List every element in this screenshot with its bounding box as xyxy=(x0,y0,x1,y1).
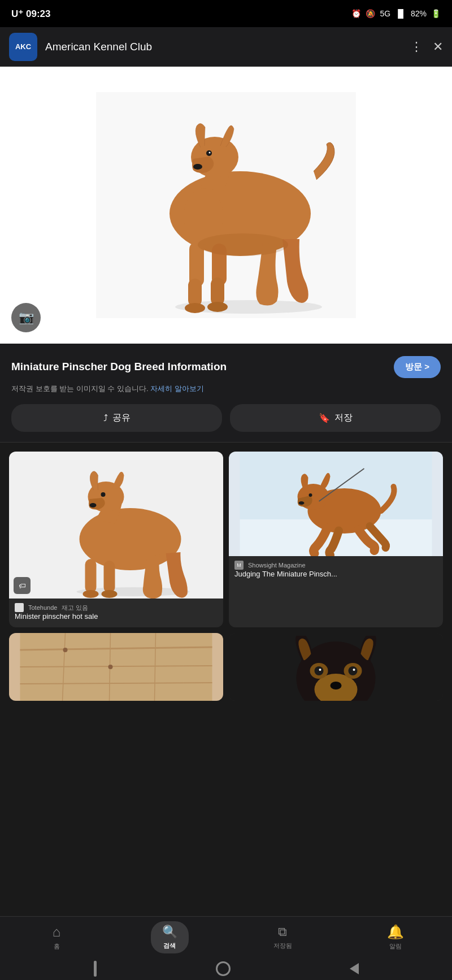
visit-button[interactable]: 방문 > xyxy=(394,356,441,378)
camera-search-icon[interactable]: 📷 xyxy=(11,303,41,332)
main-image-area: 📷 xyxy=(0,67,452,344)
grid-item-2-info: M Showsight Magazine Judging The Miniatu… xyxy=(229,556,443,585)
grid-item-2[interactable]: M Showsight Magazine Judging The Miniatu… xyxy=(229,452,443,627)
carrier-time: U⁺ 09:23 xyxy=(11,8,51,20)
bottom-navigation: ⌂ 홈 🔍 검색 ⧉ 저장됨 🔔 알림 xyxy=(0,916,452,980)
alarm-icon: ⏰ xyxy=(351,9,361,18)
alerts-icon: 🔔 xyxy=(387,924,404,940)
main-dog-image xyxy=(0,67,452,344)
svg-point-19 xyxy=(90,503,97,508)
grid-item-2-title: Judging The Miniature Pinsch... xyxy=(234,570,437,579)
grid-item-1-title: Minister pinscher hot sale xyxy=(15,612,218,622)
image-grid: 🏷 Totehunde 재고 있음 Minister pinscher hot … xyxy=(9,452,443,701)
home-btn[interactable] xyxy=(216,961,231,976)
mute-icon: 🔕 xyxy=(366,9,375,18)
share-button[interactable]: ⤴ 공유 xyxy=(11,404,222,432)
search-icon: 🔍 xyxy=(162,925,177,939)
nav-alerts[interactable]: 🔔 알림 xyxy=(339,917,452,957)
grid-item-1-info: Totehunde 재고 있음 Minister pinscher hot sa… xyxy=(9,599,223,627)
svg-rect-9 xyxy=(188,279,202,307)
info-top-row: Miniature Pinscher Dog Breed Information… xyxy=(11,356,441,378)
battery-level: 82% xyxy=(411,9,427,18)
browser-site-title: American Kennel Club xyxy=(45,41,402,53)
svg-point-46 xyxy=(315,666,324,675)
nav-home-label: 홈 xyxy=(54,942,60,951)
system-navigation-bar xyxy=(0,957,452,980)
svg-point-30 xyxy=(309,493,312,497)
network-icon: 5G xyxy=(380,9,390,18)
grid-item-1-source: Totehunde 재고 있음 xyxy=(15,603,218,612)
recent-apps-btn[interactable] xyxy=(94,961,97,977)
nav-search-label: 검색 xyxy=(163,942,176,950)
svg-rect-21 xyxy=(85,559,97,593)
svg-point-14 xyxy=(198,233,288,256)
back-btn[interactable] xyxy=(350,963,359,974)
svg-point-22 xyxy=(83,590,99,598)
status-icons: ⏰ 🔕 5G ▐▌ 82% 🔋 xyxy=(351,9,441,18)
nav-search[interactable]: 🔍 검색 xyxy=(113,917,226,957)
status-bar: U⁺ 09:23 ⏰ 🔕 5G ▐▌ 82% 🔋 xyxy=(0,0,452,27)
browser-chrome: AKC American Kennel Club ⋮ ✕ xyxy=(0,27,452,67)
nav-alerts-label: 알림 xyxy=(389,942,402,951)
copyright-notice: 저작권 보호를 받는 이미지일 수 있습니다. 자세히 알아보기 xyxy=(11,384,441,394)
svg-point-24 xyxy=(102,590,118,598)
share-icon: ⤴ xyxy=(103,413,108,423)
svg-point-20 xyxy=(101,492,106,497)
saved-icon: ⧉ xyxy=(278,925,287,939)
bookmark-icon: 🔖 xyxy=(319,413,330,423)
svg-point-10 xyxy=(185,303,205,313)
svg-point-39 xyxy=(63,648,68,652)
save-button[interactable]: 🔖 저장 xyxy=(230,404,441,432)
akc-logo: AKC xyxy=(9,33,37,61)
svg-point-29 xyxy=(299,501,305,505)
info-panel: Miniature Pinscher Dog Breed Information… xyxy=(0,344,452,443)
image-grid-section: 🏷 Totehunde 재고 있음 Minister pinscher hot … xyxy=(0,443,452,710)
svg-point-50 xyxy=(331,682,342,690)
svg-point-49 xyxy=(353,669,355,671)
svg-point-47 xyxy=(319,669,321,671)
search-active-bg: 🔍 검색 xyxy=(151,921,189,953)
nav-saved-label: 저장됨 xyxy=(273,942,292,950)
nav-items-row: ⌂ 홈 🔍 검색 ⧉ 저장됨 🔔 알림 xyxy=(0,917,452,957)
svg-point-40 xyxy=(108,665,113,669)
svg-rect-23 xyxy=(104,561,115,593)
home-icon: ⌂ xyxy=(53,924,61,940)
nav-home[interactable]: ⌂ 홈 xyxy=(0,917,113,957)
nav-saved[interactable]: ⧉ 저장됨 xyxy=(226,917,339,957)
bottom-spacer xyxy=(0,710,452,773)
svg-point-4 xyxy=(193,164,202,170)
more-options-icon[interactable]: ⋮ xyxy=(410,40,423,54)
svg-rect-12 xyxy=(211,277,224,306)
browser-action-buttons: ⋮ ✕ xyxy=(410,40,443,54)
svg-point-48 xyxy=(349,666,358,675)
image-source-icon: 🏷 xyxy=(14,577,31,594)
copyright-link[interactable]: 자세히 알아보기 xyxy=(150,384,204,393)
grid-item-1[interactable]: 🏷 Totehunde 재고 있음 Minister pinscher hot … xyxy=(9,452,223,627)
svg-point-13 xyxy=(207,302,228,312)
close-icon[interactable]: ✕ xyxy=(433,40,443,54)
battery-icon: 🔋 xyxy=(431,9,441,18)
grid-item-4[interactable] xyxy=(229,633,443,701)
svg-point-6 xyxy=(209,152,211,154)
grid-item-2-source: M Showsight Magazine xyxy=(234,561,437,570)
action-buttons-row: ⤴ 공유 🔖 저장 xyxy=(11,404,441,432)
breed-title: Miniature Pinscher Dog Breed Information xyxy=(11,360,394,374)
signal-bars: ▐▌ xyxy=(395,9,406,18)
grid-item-3[interactable] xyxy=(9,633,223,701)
